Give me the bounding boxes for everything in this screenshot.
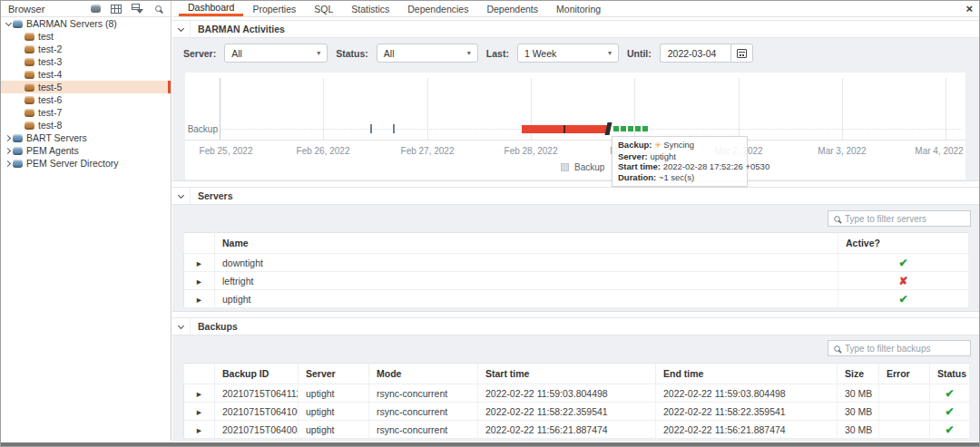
search-objects-icon[interactable] — [151, 3, 165, 15]
servers-filter-box — [828, 210, 971, 227]
expand-row-icon[interactable] — [184, 421, 215, 439]
chevron-right-icon[interactable] — [4, 149, 13, 153]
tab-sql[interactable]: SQL — [305, 1, 342, 16]
search-icon — [834, 216, 840, 222]
server-row-downtight[interactable]: downtight — [184, 254, 969, 272]
chevron-right-icon[interactable] — [4, 136, 13, 141]
filter-rows-icon[interactable] — [130, 3, 144, 15]
tab-dependents[interactable]: Dependents — [477, 1, 547, 16]
tree-item-test-4[interactable]: test-4 — [1, 68, 171, 81]
check-icon — [898, 293, 907, 306]
status-filter-label: Status: — [336, 48, 368, 59]
backup-failed-bar[interactable] — [522, 125, 608, 133]
legend-swatch[interactable] — [561, 163, 569, 171]
backup-row-3[interactable]: 20210715T064008 uptight rsync-concurrent… — [184, 421, 970, 439]
tree-group-bart-servers[interactable]: BART Servers — [1, 131, 171, 144]
chevron-down-icon: ▾ — [608, 49, 612, 57]
tree-item-test-5-selected[interactable]: test-5 — [1, 81, 171, 93]
status-filter-select[interactable]: All ▾ — [377, 44, 478, 63]
activities-panel-header: BARMAN Activities — [172, 20, 980, 38]
start-time-column-header: Start time — [478, 364, 656, 384]
cross-icon — [898, 275, 907, 287]
backup-row-2[interactable]: 20210715T064106 uptight rsync-concurrent… — [184, 403, 970, 421]
servers-panel-header: Servers — [172, 187, 980, 205]
tooltip-duration-row: Duration: ~1 sec(s) — [618, 172, 741, 183]
browser-title: Browser — [8, 4, 88, 15]
server-row-uptight[interactable]: uptight — [184, 290, 969, 308]
tree-item-test[interactable]: test — [1, 30, 171, 43]
server-group-icon — [13, 20, 23, 28]
active-column-header: Active? — [838, 233, 969, 254]
x-tick-label: Feb 27, 2022 — [387, 146, 468, 156]
servers-panel-title: Servers — [191, 190, 233, 201]
backup-row-1[interactable]: 20210715T064112 uptight rsync-concurrent… — [184, 384, 970, 403]
tab-statistics[interactable]: Statistics — [342, 1, 398, 16]
backup-syncing-dashes[interactable] — [613, 126, 648, 131]
close-icon[interactable]: × — [965, 2, 973, 16]
tab-properties[interactable]: Properties — [243, 1, 305, 16]
error-cell — [879, 421, 930, 439]
status-cell — [930, 421, 970, 439]
backup-event-tick[interactable] — [393, 124, 395, 133]
expand-row-icon[interactable] — [184, 384, 215, 403]
grid-properties-icon[interactable] — [109, 3, 123, 15]
barman-server-icon — [24, 71, 34, 79]
legend-label: Backup — [574, 162, 604, 172]
tree-group-pem-agents[interactable]: PEM Agents — [1, 144, 171, 157]
x-tick-label: Mar 3, 2022 — [801, 146, 883, 156]
backups-filter-input[interactable] — [845, 344, 965, 354]
chevron-down-icon: ▾ — [467, 49, 471, 57]
tree-item-test-8[interactable]: test-8 — [1, 119, 171, 131]
server-row-leftright[interactable]: leftright — [184, 272, 969, 290]
end-time-cell: 2022-02-22 11:59:03.804498 — [656, 384, 838, 403]
last-filter-label: Last: — [486, 48, 509, 59]
tab-monitoring[interactable]: Monitoring — [547, 1, 610, 16]
last-filter-select[interactable]: 1 Week ▾ — [517, 44, 619, 63]
check-icon — [945, 405, 954, 418]
expand-row-icon[interactable] — [184, 403, 215, 421]
chart-gridline — [739, 78, 740, 140]
activities-timeline-chart: Backup Feb 25, 2022 Feb 26, 2022 Feb 27,… — [185, 73, 965, 180]
tree-item-test-3[interactable]: test-3 — [1, 55, 171, 68]
backups-table: Backup ID Server Mode Start time End tim… — [183, 363, 970, 439]
servers-table-header-row: Name Active? — [184, 233, 969, 254]
backup-id-cell: 20210715T064106 — [215, 403, 299, 421]
barman-server-icon — [24, 58, 34, 66]
collapse-chevron-icon[interactable] — [172, 318, 191, 335]
tree-item-test-7[interactable]: test-7 — [1, 106, 171, 119]
collapse-chevron-icon[interactable] — [172, 188, 191, 204]
chevron-down-icon[interactable] — [4, 23, 13, 25]
size-column-header: Size — [838, 364, 879, 384]
add-server-icon[interactable] — [88, 3, 103, 15]
syncing-spinner-icon: ✳ — [654, 141, 662, 150]
error-cell — [879, 384, 930, 403]
server-filter-select[interactable]: All ▾ — [224, 44, 328, 63]
end-time-column-header: End time — [656, 364, 838, 384]
chevron-down-icon: ▾ — [317, 49, 320, 57]
until-date-input[interactable] — [660, 44, 730, 63]
backup-tooltip: Backup: ✳ Syncing Server: uptight Start … — [612, 136, 748, 187]
backup-id-cell: 20210715T064112 — [215, 384, 299, 403]
barman-server-icon — [24, 33, 34, 41]
expand-row-icon[interactable] — [184, 272, 215, 290]
backup-event-tick[interactable] — [370, 124, 372, 133]
tab-dependencies[interactable]: Dependencies — [398, 1, 477, 16]
tree-item-test-6[interactable]: test-6 — [1, 93, 171, 106]
end-time-cell: 2022-02-22 11:58:22.359541 — [656, 403, 838, 421]
tab-dashboard[interactable]: Dashboard — [179, 1, 243, 16]
object-tree: BARMAN Servers (8) test test-2 test-3 te… — [1, 17, 171, 170]
check-icon — [945, 387, 954, 400]
calendar-icon — [737, 49, 747, 58]
server-group-icon — [13, 134, 23, 142]
tree-item-test-2[interactable]: test-2 — [1, 43, 171, 55]
expand-row-icon[interactable] — [184, 254, 215, 272]
status-cell — [930, 403, 970, 421]
servers-filter-input[interactable] — [845, 214, 965, 224]
calendar-button[interactable] — [730, 44, 753, 63]
chevron-right-icon[interactable] — [4, 161, 13, 166]
collapse-chevron-icon[interactable] — [172, 21, 191, 37]
expand-row-icon[interactable] — [184, 290, 215, 308]
tree-group-barman-servers[interactable]: BARMAN Servers (8) — [1, 17, 171, 30]
tooltip-backup-row: Backup: ✳ Syncing — [618, 140, 741, 151]
tree-group-pem-server-directory[interactable]: PEM Server Directory — [1, 157, 171, 170]
